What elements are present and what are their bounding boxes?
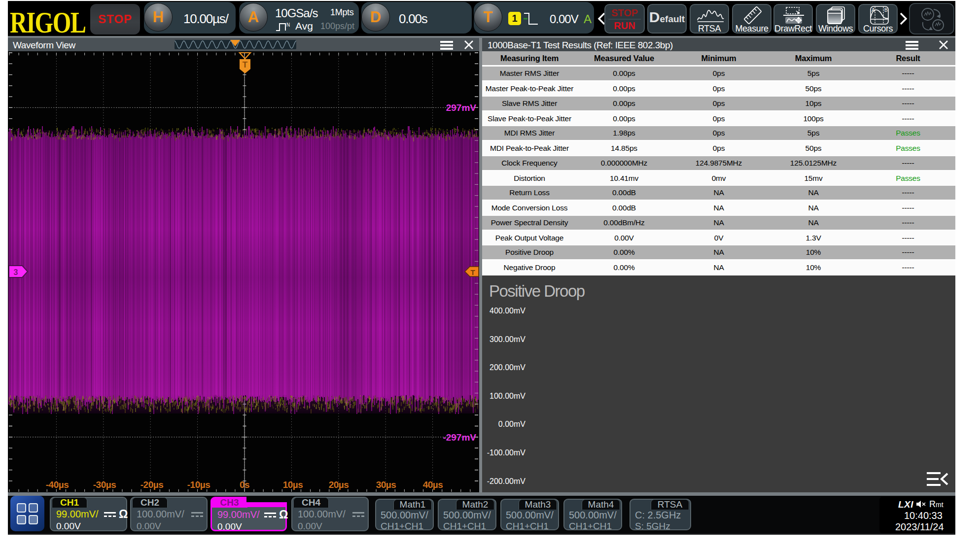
svg-text:A: A bbox=[872, 7, 875, 13]
svg-text:297mV: 297mV bbox=[446, 103, 477, 113]
svg-text:T: T bbox=[470, 268, 475, 276]
svg-text:-20µs: -20µs bbox=[140, 480, 163, 490]
svg-text:B: B bbox=[884, 7, 888, 13]
svg-text:-40µs: -40µs bbox=[46, 480, 69, 490]
svg-text:30µs: 30µs bbox=[376, 480, 396, 490]
svg-text:T: T bbox=[243, 60, 248, 69]
svg-text:10µs: 10µs bbox=[283, 480, 303, 490]
svg-text:-10µs: -10µs bbox=[187, 480, 210, 490]
svg-text:N: N bbox=[286, 22, 290, 28]
svg-text:40µs: 40µs bbox=[423, 480, 443, 490]
svg-text:3: 3 bbox=[14, 268, 18, 276]
svg-text:-30µs: -30µs bbox=[93, 480, 116, 490]
svg-text:-297mV: -297mV bbox=[443, 432, 476, 443]
svg-text:20µs: 20µs bbox=[329, 480, 349, 490]
svg-text:0s: 0s bbox=[240, 480, 249, 490]
